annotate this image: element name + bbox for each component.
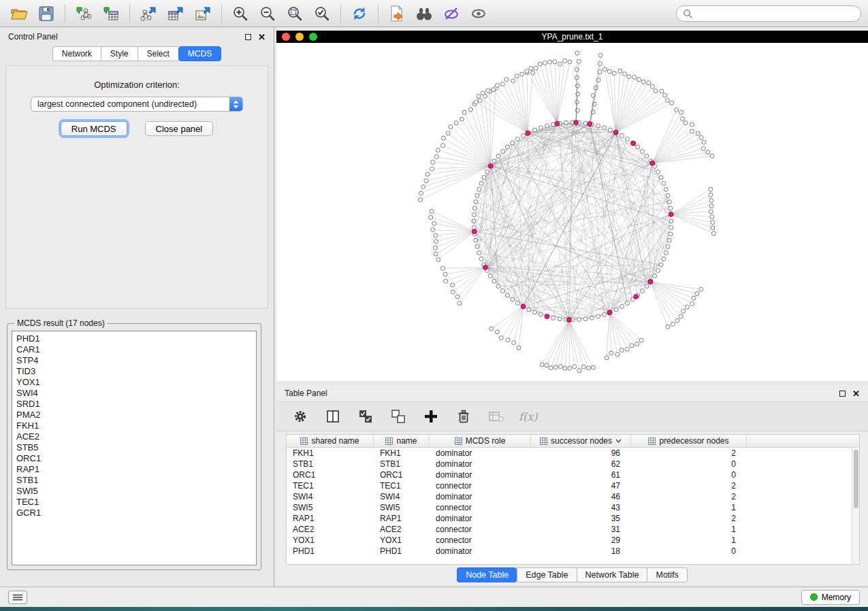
zoom-out-button[interactable]: [255, 3, 280, 24]
table-row[interactable]: RAP1RAP1dominator352: [287, 513, 859, 524]
mcds-result-item[interactable]: TEC1: [16, 497, 256, 508]
tab-network[interactable]: Network: [52, 46, 101, 61]
mcds-result-item[interactable]: TID3: [16, 366, 256, 377]
delete-table-button[interactable]: [486, 406, 507, 427]
table-panel: Table Panel ✕: [276, 385, 868, 585]
memory-button[interactable]: Memory: [801, 590, 860, 605]
column-header-MCDS-role[interactable]: MCDS role: [430, 435, 531, 447]
save-session-button[interactable]: [34, 3, 59, 24]
mcds-result-item[interactable]: SWI5: [16, 486, 256, 497]
table-row[interactable]: ACE2ACE2connector311: [287, 524, 859, 535]
zoom-fit-button[interactable]: [283, 3, 307, 24]
mcds-result-group: MCDS result (17 nodes) PHD1CAR1STP4TID3Y…: [7, 318, 261, 570]
column-header-predecessor-nodes[interactable]: predecessor nodes: [631, 435, 747, 447]
show-details-button[interactable]: [466, 3, 491, 24]
network-window-titlebar[interactable]: YPA_prune.txt_1: [276, 31, 868, 43]
run-mcds-button[interactable]: Run MCDS: [61, 121, 127, 136]
mcds-result-item[interactable]: STB1: [16, 475, 256, 486]
memory-status-icon: [810, 593, 818, 601]
mcds-result-list[interactable]: PHD1CAR1STP4TID3YOX1SWI4SRD1PMA2FKH1ACE2…: [12, 331, 257, 565]
table-row[interactable]: SWI5SWI5connector431: [287, 502, 859, 513]
table-row[interactable]: YOX1YOX1connector291: [287, 535, 859, 546]
select-all-rows-button[interactable]: [355, 406, 376, 427]
optimization-criterion-label: Optimization criterion:: [6, 80, 268, 90]
open-session-button[interactable]: [7, 3, 31, 24]
refresh-icon: [351, 5, 368, 22]
tab-mcds[interactable]: MCDS: [178, 46, 221, 61]
network-graph[interactable]: [276, 43, 868, 381]
toolbar-separator: [221, 5, 222, 22]
close-table-panel-icon[interactable]: ✕: [852, 389, 860, 398]
optimization-criterion-select[interactable]: largest connected component (undirected): [31, 97, 243, 112]
delete-rows-button[interactable]: [453, 406, 474, 427]
mcds-result-item[interactable]: SRD1: [16, 399, 256, 410]
mcds-result-item[interactable]: YOX1: [16, 377, 256, 388]
mcds-result-item[interactable]: ACE2: [16, 431, 256, 442]
tab-motifs[interactable]: Motifs: [647, 567, 687, 582]
function-builder-button[interactable]: f(x): [519, 406, 537, 427]
scrollbar-thumb[interactable]: [854, 450, 858, 508]
mcds-result-item[interactable]: STB5: [16, 442, 256, 453]
hide-details-button[interactable]: [439, 3, 464, 24]
table-row[interactable]: STB1STB1dominator620: [287, 459, 859, 469]
table-row[interactable]: FKH1FKH1dominator962: [287, 448, 859, 459]
zoom-selected-button[interactable]: [310, 3, 334, 24]
mcds-result-item[interactable]: PMA2: [16, 410, 256, 420]
tab-node-table[interactable]: Node Table: [457, 567, 517, 582]
mcds-result-item[interactable]: RAP1: [16, 464, 256, 475]
search-icon: [683, 9, 692, 18]
tab-network-table[interactable]: Network Table: [577, 567, 647, 582]
panel-menu-button[interactable]: [8, 591, 27, 604]
table-cell: 0: [631, 459, 747, 469]
search-network-button[interactable]: [412, 3, 436, 24]
show-columns-button[interactable]: [323, 406, 343, 427]
search-box[interactable]: [676, 5, 861, 22]
float-table-panel-icon[interactable]: [839, 391, 846, 397]
table-cell: SWI5: [287, 502, 374, 513]
import-table-button[interactable]: [99, 3, 123, 24]
tab-edge-table[interactable]: Edge Table: [517, 567, 576, 582]
tab-style[interactable]: Style: [101, 46, 138, 61]
zoom-in-button[interactable]: [228, 3, 253, 24]
table-row[interactable]: TEC1TEC1connector472: [287, 480, 859, 491]
close-panel-icon[interactable]: ✕: [258, 33, 266, 42]
network-canvas[interactable]: [276, 43, 868, 381]
deselect-all-rows-button[interactable]: [388, 406, 408, 427]
search-input[interactable]: [696, 9, 854, 18]
plus-icon: [423, 408, 439, 425]
column-type-icon: [300, 437, 308, 445]
export-table-button[interactable]: [163, 3, 188, 24]
export-image-button[interactable]: [191, 3, 215, 24]
table-row[interactable]: SWI4SWI4dominator462: [287, 491, 859, 502]
mcds-result-item[interactable]: ORC1: [16, 453, 256, 464]
close-window-icon[interactable]: [282, 33, 290, 41]
table-cell: 18: [531, 546, 631, 557]
export-network-button[interactable]: [136, 3, 161, 24]
tab-select[interactable]: Select: [138, 46, 178, 61]
column-header-name[interactable]: name: [374, 435, 430, 447]
table-row[interactable]: ORC1ORC1dominator610: [287, 469, 859, 480]
minimize-window-icon[interactable]: [295, 33, 304, 41]
mcds-result-item[interactable]: STP4: [16, 355, 256, 366]
column-settings-button[interactable]: [290, 406, 310, 427]
table-scrollbar[interactable]: [852, 448, 859, 564]
close-panel-button[interactable]: Close panel: [145, 121, 214, 136]
float-panel-icon[interactable]: [245, 34, 251, 40]
mcds-result-item[interactable]: SWI4: [16, 388, 256, 399]
export-document-button[interactable]: [385, 3, 409, 24]
import-network-button[interactable]: [71, 3, 96, 24]
refresh-button[interactable]: [347, 3, 372, 24]
table-cell: connector: [430, 524, 531, 535]
table-cell: 96: [531, 448, 631, 459]
mcds-result-item[interactable]: CAR1: [16, 344, 256, 355]
mcds-result-item[interactable]: FKH1: [16, 420, 256, 431]
column-header-successor-nodes[interactable]: successor nodes: [531, 435, 631, 447]
mcds-result-item[interactable]: PHD1: [16, 333, 256, 344]
columns-icon: [325, 408, 341, 425]
column-header-shared-name[interactable]: shared name: [287, 435, 374, 447]
add-row-button[interactable]: [421, 406, 441, 427]
delete-table-icon: [487, 408, 505, 425]
table-row[interactable]: PHD1PHD1dominator180: [287, 546, 859, 557]
mcds-result-item[interactable]: GCR1: [16, 508, 256, 518]
maximize-window-icon[interactable]: [309, 33, 317, 41]
